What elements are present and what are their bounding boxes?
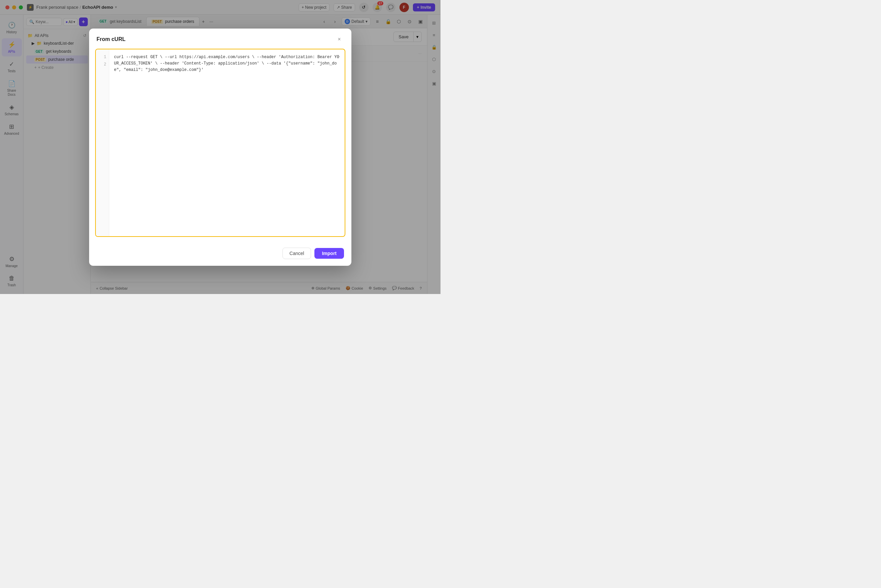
line-number-1: 1	[99, 54, 106, 60]
cancel-button[interactable]: Cancel	[283, 248, 311, 259]
from-curl-modal: From cURL × 1 2 curl --request GET \ --u…	[89, 28, 352, 266]
curl-editor[interactable]: 1 2 curl --request GET \ --url https://a…	[95, 49, 345, 237]
curl-code-line-1: curl --request GET \ --url https://api.e…	[114, 54, 340, 74]
main-layout: 🕐 History ⚡ APIs ✓ Tests 📄 Share Docs ◈ …	[0, 15, 440, 294]
code-area[interactable]: curl --request GET \ --url https://api.e…	[109, 50, 345, 236]
line-number-2: 2	[99, 62, 106, 68]
modal-body: 1 2 curl --request GET \ --url https://a…	[89, 49, 352, 243]
modal-header: From cURL ×	[89, 28, 352, 49]
modal-footer: Cancel Import	[89, 243, 352, 266]
modal-title: From cURL	[96, 36, 125, 42]
line-numbers: 1 2	[96, 50, 109, 236]
line-collapse-icon[interactable]: −	[337, 54, 340, 60]
import-button[interactable]: Import	[314, 248, 344, 259]
modal-close-button[interactable]: ×	[335, 34, 344, 44]
modal-overlay[interactable]: From cURL × 1 2 curl --request GET \ --u…	[0, 0, 440, 294]
